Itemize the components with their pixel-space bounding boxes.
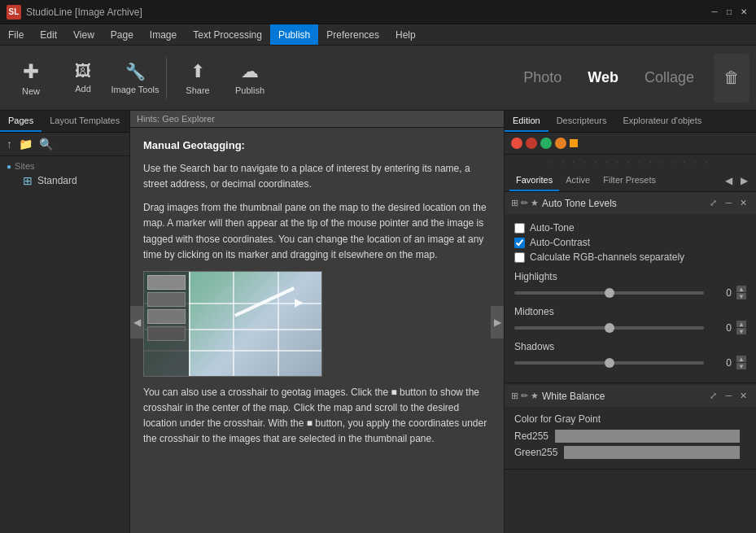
filter-next-arrow[interactable]: ▶	[737, 173, 751, 188]
highlights-down[interactable]: ▼	[736, 293, 746, 299]
grid-icon: ⊞	[23, 174, 33, 187]
minimize-section-btn[interactable]: ─	[723, 197, 734, 209]
shadows-up[interactable]: ▲	[736, 356, 746, 362]
image-tools-button[interactable]: 🔧 Image Tools	[111, 50, 160, 107]
auto-contrast-checkbox-row: Auto-Contrast	[514, 235, 746, 250]
auto-tone-section: ⊞ ✏ ★ Auto Tone Levels ⤢ ─ ✕ Auto-Tone	[505, 192, 756, 383]
sidebar-up-icon[interactable]: ↑	[5, 136, 14, 152]
highlights-track[interactable]	[514, 291, 704, 295]
shadows-spinner[interactable]: ▲ ▼	[736, 356, 746, 369]
expand-btn[interactable]: ⤢	[707, 197, 719, 209]
wb-red-row: Red 255	[514, 430, 746, 443]
auto-tone-label: Auto-Tone	[530, 222, 575, 234]
highlights-up[interactable]: ▲	[736, 286, 746, 292]
hints-title: Hints: Geo Explorer	[137, 114, 215, 124]
panel-tab-edition[interactable]: Edition	[505, 111, 548, 132]
minimize-button[interactable]: ─	[709, 7, 720, 18]
close-button[interactable]: ✕	[738, 7, 749, 18]
white-balance-header-icons: ⊞ ✏ ★	[511, 391, 539, 401]
midtones-spinner[interactable]: ▲ ▼	[736, 321, 746, 334]
panel-content: ⊞ ✏ ★ Auto Tone Levels ⤢ ─ ✕ Auto-Tone	[505, 192, 756, 533]
menu-edit[interactable]: Edit	[32, 24, 65, 45]
sidebar-search-icon[interactable]: 🔍	[37, 136, 55, 152]
auto-tone-body: Auto-Tone Auto-Contrast Calculate RGB-ch…	[505, 214, 756, 382]
panel-tab-explorateur[interactable]: Explorateur d'objets	[614, 111, 710, 132]
publish-label: Publish	[235, 85, 264, 95]
sidebar-folder-icon[interactable]: 📁	[17, 136, 34, 152]
wb-expand-btn[interactable]: ⤢	[707, 390, 719, 402]
add-button[interactable]: 🖼 Add	[59, 50, 107, 107]
trash-button[interactable]: 🗑	[714, 54, 749, 103]
color-dot-green[interactable]	[540, 138, 552, 149]
highlights-slider-row: Highlights 0 ▲ ▼	[514, 271, 746, 299]
auto-contrast-checkbox[interactable]	[514, 238, 525, 248]
sidebar-tab-pages[interactable]: Pages	[0, 111, 42, 132]
panel-tabs: Edition Descripteurs Explorateur d'objet…	[505, 111, 756, 133]
maximize-button[interactable]: □	[723, 7, 735, 18]
midtones-value: 0	[709, 322, 732, 334]
filter-tab-presets[interactable]: Filter Presets	[596, 170, 662, 191]
panel-tab-descripteurs[interactable]: Descripteurs	[548, 111, 615, 132]
sidebar-tab-layout[interactable]: Layout Templates	[42, 111, 128, 132]
wb-green-value: 255	[541, 447, 557, 458]
wb-close-btn[interactable]: ✕	[737, 390, 749, 402]
auto-contrast-label: Auto-Contrast	[530, 237, 590, 248]
menu-file[interactable]: File	[0, 24, 32, 45]
titlebar: SL StudioLine [Image Archive] ─ □ ✕	[0, 0, 756, 24]
shadows-track[interactable]	[514, 361, 704, 365]
view-tab-collage[interactable]: Collage	[631, 46, 707, 111]
view-tab-web[interactable]: Web	[575, 46, 631, 111]
white-balance-header[interactable]: ⊞ ✏ ★ White Balance ⤢ ─ ✕	[505, 385, 756, 407]
sidebar-tabs: Pages Layout Templates	[0, 111, 129, 133]
menu-help[interactable]: Help	[387, 24, 424, 45]
dots-separator: · · · · · · · · · · · · · · ·	[505, 155, 756, 170]
midtones-down[interactable]: ▼	[736, 328, 746, 334]
menu-page[interactable]: Page	[103, 24, 142, 45]
highlights-spinner[interactable]: ▲ ▼	[736, 286, 746, 299]
filter-prev-arrow[interactable]: ◀	[722, 173, 736, 188]
hints-bar: Hints: Geo Explorer	[130, 111, 504, 128]
content-area[interactable]: Manual Geotagging: Use the Search bar to…	[130, 128, 504, 533]
highlights-thumb[interactable]	[605, 288, 614, 298]
content-para-2: Drag images from the thumbnail pane on t…	[143, 200, 491, 263]
filter-tab-active[interactable]: Active	[559, 170, 596, 191]
trash-icon: 🗑	[723, 68, 740, 87]
new-button[interactable]: ✚ New	[7, 50, 55, 107]
share-button[interactable]: ⬆ Share	[173, 50, 222, 107]
rgb-channels-checkbox[interactable]	[514, 252, 525, 263]
rgb-channels-label: Calculate RGB-channels separately	[530, 251, 684, 263]
auto-tone-checkbox-row: Auto-Tone	[514, 221, 746, 235]
midtones-track[interactable]	[514, 326, 704, 330]
color-dot-red1[interactable]	[511, 138, 522, 149]
color-dot-orange[interactable]	[555, 138, 566, 149]
midtones-thumb[interactable]	[605, 323, 614, 333]
left-nav-arrow[interactable]: ◀	[130, 306, 143, 339]
wb-minimize-btn[interactable]: ─	[723, 390, 734, 402]
wb-green-bar[interactable]	[564, 446, 740, 459]
color-dot-yellow[interactable]	[570, 139, 578, 147]
menu-preferences[interactable]: Preferences	[318, 24, 387, 45]
add-icon: 🖼	[75, 62, 91, 81]
toolbar-divider-1	[166, 58, 167, 98]
shadows-thumb[interactable]	[605, 358, 614, 368]
midtones-up[interactable]: ▲	[736, 321, 746, 327]
wb-red-label: Red	[514, 430, 532, 442]
sidebar-item-standard[interactable]: ⊞ Standard	[7, 171, 123, 190]
menu-image[interactable]: Image	[142, 24, 185, 45]
shadows-down[interactable]: ▼	[736, 363, 746, 369]
publish-button[interactable]: ☁ Publish	[225, 50, 274, 107]
wb-red-bar[interactable]	[555, 430, 740, 443]
auto-tone-checkbox[interactable]	[514, 223, 525, 234]
menu-view[interactable]: View	[65, 24, 103, 45]
auto-tone-title: Auto Tone Levels	[542, 198, 704, 209]
midtones-label: Midtones	[514, 306, 746, 317]
menu-text-processing[interactable]: Text Processing	[185, 24, 270, 45]
filter-tab-favorites[interactable]: Favorites	[509, 170, 559, 191]
right-nav-arrow[interactable]: ▶	[491, 306, 504, 339]
close-section-btn[interactable]: ✕	[737, 197, 749, 209]
sidebar-section: ● Sites ⊞ Standard	[0, 156, 129, 195]
color-dot-red2[interactable]	[526, 138, 537, 149]
auto-tone-header[interactable]: ⊞ ✏ ★ Auto Tone Levels ⤢ ─ ✕	[505, 192, 756, 214]
menu-publish[interactable]: Publish	[270, 24, 318, 45]
view-tab-photo[interactable]: Photo	[510, 46, 575, 111]
